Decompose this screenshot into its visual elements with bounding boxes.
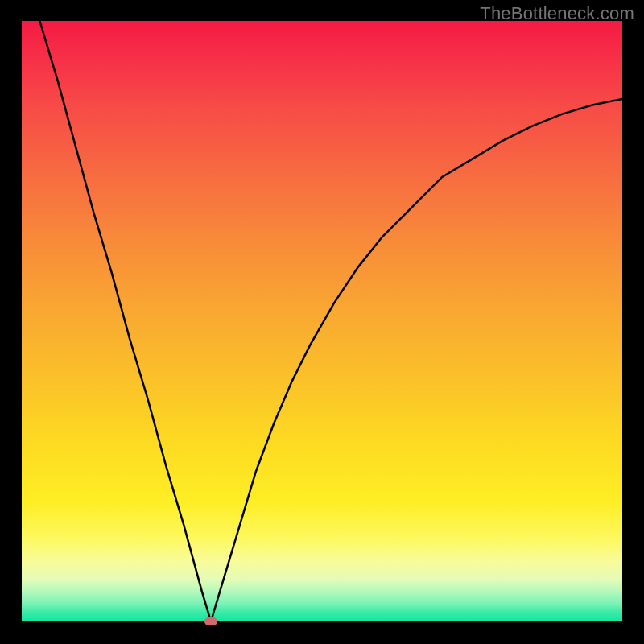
bottleneck-curve: [39, 21, 622, 621]
curve-svg: [22, 21, 622, 621]
plot-area: [22, 21, 622, 621]
chart-frame: TheBottleneck.com: [0, 0, 644, 644]
optimum-marker: [204, 617, 217, 625]
